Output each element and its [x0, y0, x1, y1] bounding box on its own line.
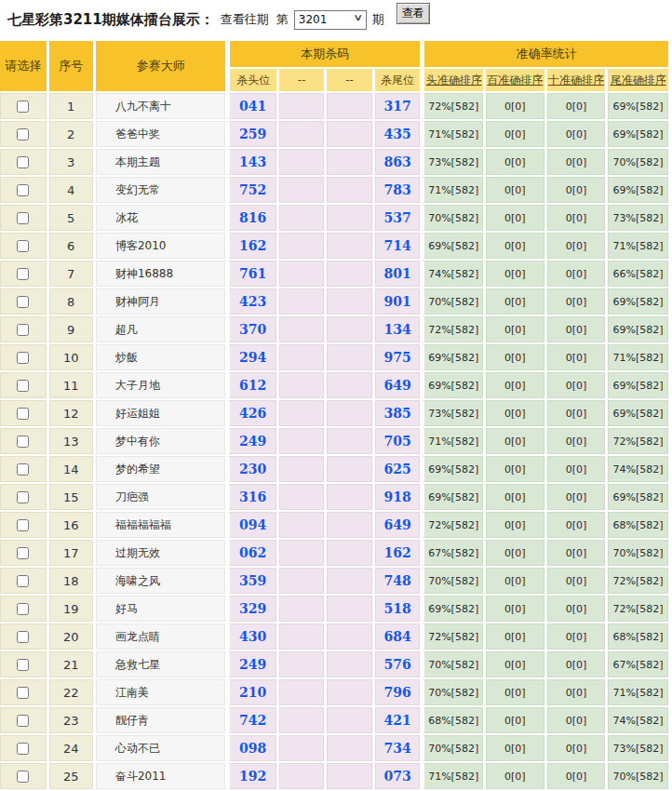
- table-row: 13梦中有你24970571%[582]0[0]0[0]72%[582]: [0, 428, 668, 454]
- row-select-checkbox[interactable]: [17, 631, 29, 643]
- stat-ten-rank: 0[0]: [547, 707, 606, 733]
- select-cell: [0, 707, 47, 733]
- row-select-checkbox[interactable]: [17, 715, 29, 727]
- kill-tail-value: 421: [375, 707, 420, 733]
- stat-ten-rank: 0[0]: [547, 400, 606, 426]
- kill-mid-1-cell: [279, 344, 324, 370]
- kill-head-value: 259: [228, 121, 276, 147]
- row-select-checkbox[interactable]: [17, 491, 29, 503]
- topbar: 七星彩第3211期媒体擂台展示： 查看往期 第 3201 ∨ 期 查看: [0, 0, 672, 39]
- stat-head-rank: 71%[582]: [423, 177, 483, 203]
- kill-tail-value: 684: [375, 623, 420, 650]
- stat-hundred-rank: 0[0]: [486, 651, 544, 677]
- master-name: 大子月地: [96, 372, 225, 398]
- master-name: 奋斗2011: [96, 763, 225, 789]
- table-row: 12好运姐姐42638573%[582]0[0]0[0]69%[582]: [0, 400, 668, 426]
- row-select-checkbox[interactable]: [17, 184, 29, 196]
- row-select-checkbox[interactable]: [17, 101, 29, 113]
- row-index: 1: [49, 93, 93, 119]
- row-select-checkbox[interactable]: [17, 436, 29, 448]
- kill-tail-value: 435: [375, 121, 420, 147]
- header-master: 参赛大师: [96, 41, 225, 91]
- master-name: 财神16888: [96, 261, 225, 287]
- row-select-checkbox[interactable]: [17, 324, 29, 336]
- stat-tail-rank: 69%[582]: [608, 316, 668, 342]
- sort-link-tail[interactable]: 尾准确排序: [611, 74, 666, 87]
- stat-tail-rank: 74%[582]: [608, 707, 668, 733]
- row-select-checkbox[interactable]: [17, 240, 29, 252]
- sort-link-ten[interactable]: 十准确排序: [548, 74, 604, 87]
- kill-mid-2-cell: [327, 344, 371, 370]
- row-select-checkbox[interactable]: [17, 743, 29, 755]
- row-select-checkbox[interactable]: [17, 296, 29, 308]
- row-select-checkbox[interactable]: [17, 380, 29, 392]
- sort-link-head-cell: 头准确排序: [423, 69, 483, 91]
- stat-ten-rank: 0[0]: [547, 456, 606, 482]
- master-name: 心动不已: [96, 735, 225, 761]
- stat-hundred-rank: 0[0]: [486, 484, 544, 510]
- row-select-checkbox[interactable]: [17, 771, 29, 783]
- stat-ten-rank: 0[0]: [547, 288, 606, 315]
- table-row: 17过期无效06216267%[582]0[0]0[0]70%[582]: [0, 540, 668, 566]
- period-select[interactable]: 3201: [294, 10, 367, 30]
- row-select-checkbox[interactable]: [17, 519, 29, 531]
- kill-mid-1-cell: [279, 568, 324, 594]
- row-select-checkbox[interactable]: [17, 603, 29, 615]
- sort-link-head[interactable]: 头准确排序: [426, 74, 482, 87]
- stat-hundred-rank: 0[0]: [486, 149, 544, 175]
- row-select-checkbox[interactable]: [17, 463, 29, 476]
- row-select-checkbox[interactable]: [17, 352, 29, 364]
- row-index: 19: [49, 596, 93, 622]
- stat-hundred-rank: 0[0]: [486, 707, 544, 733]
- master-name: 梦的希望: [96, 456, 225, 482]
- stat-head-rank: 69%[582]: [423, 456, 483, 482]
- kill-mid-1-cell: [279, 316, 324, 342]
- row-select-checkbox[interactable]: [17, 547, 29, 559]
- kill-tail-value: 649: [375, 372, 420, 398]
- kill-head-value: 230: [228, 456, 276, 482]
- kill-tail-value: 863: [375, 149, 420, 175]
- kill-mid-1-cell: [279, 707, 324, 733]
- kill-mid-2-cell: [327, 623, 371, 650]
- view-button[interactable]: 查看: [396, 3, 430, 24]
- kill-head-value: 316: [228, 484, 276, 510]
- select-cell: [0, 735, 47, 761]
- row-index: 16: [49, 512, 93, 538]
- sort-link-hundred[interactable]: 百准确排序: [487, 74, 543, 87]
- row-select-checkbox[interactable]: [17, 212, 29, 224]
- stat-tail-rank: 69%[582]: [608, 93, 668, 119]
- select-cell: [0, 316, 47, 342]
- row-select-checkbox[interactable]: [17, 268, 29, 280]
- stat-head-rank: 70%[582]: [423, 651, 483, 677]
- master-name: 江南美: [96, 679, 225, 705]
- row-select-checkbox[interactable]: [17, 128, 29, 141]
- stat-hundred-rank: 0[0]: [486, 372, 544, 398]
- table-row: 1八九不离十04131772%[582]0[0]0[0]69%[582]: [0, 93, 668, 119]
- kill-tail-value: 518: [375, 596, 420, 622]
- kill-head-value: 752: [228, 177, 276, 203]
- stat-head-rank: 69%[582]: [423, 596, 483, 622]
- row-select-checkbox[interactable]: [17, 575, 29, 587]
- row-select-checkbox[interactable]: [17, 687, 29, 699]
- table-row: 3本期主题14386373%[582]0[0]0[0]70%[582]: [0, 149, 668, 175]
- row-index: 17: [49, 540, 93, 566]
- stat-hundred-rank: 0[0]: [486, 735, 544, 761]
- kill-mid-2-cell: [327, 93, 371, 119]
- table-row: 2爸爸中奖25943571%[582]0[0]0[0]69%[582]: [0, 121, 668, 147]
- row-select-checkbox[interactable]: [17, 408, 29, 420]
- row-select-checkbox[interactable]: [17, 659, 29, 671]
- master-name: 变幻无常: [96, 177, 225, 203]
- kill-tail-value: 134: [375, 316, 420, 342]
- kill-tail-value: 901: [375, 288, 420, 315]
- header-kill-group: 本期杀码: [228, 41, 420, 67]
- stat-hundred-rank: 0[0]: [486, 288, 544, 315]
- stat-head-rank: 72%[582]: [423, 316, 483, 342]
- stat-hundred-rank: 0[0]: [486, 428, 544, 454]
- kill-mid-2-cell: [327, 484, 371, 510]
- kill-mid-1-cell: [279, 512, 324, 538]
- kill-head-value: 094: [228, 512, 276, 538]
- row-index: 21: [49, 651, 93, 677]
- stat-tail-rank: 69%[582]: [608, 484, 668, 510]
- kill-tail-value: 317: [375, 93, 420, 119]
- row-select-checkbox[interactable]: [17, 156, 29, 168]
